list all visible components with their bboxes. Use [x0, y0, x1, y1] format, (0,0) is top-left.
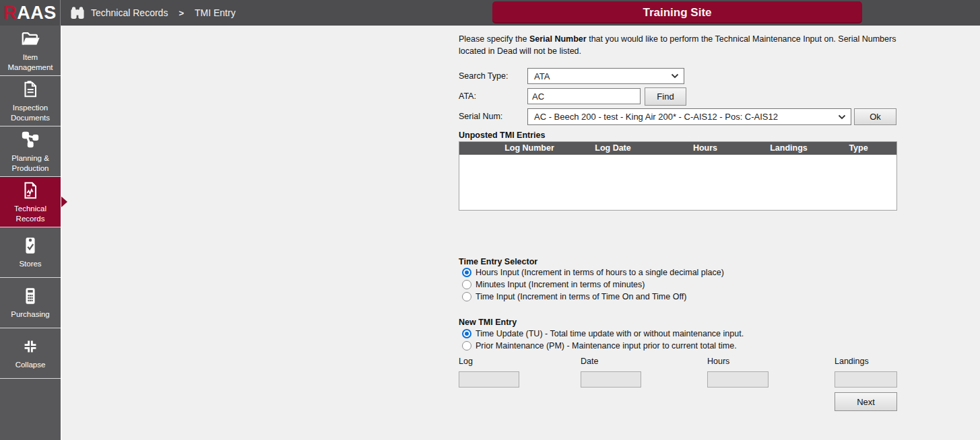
sidebar-item-stores[interactable]: Stores: [0, 227, 61, 278]
unposted-tmi-entries-title: Unposted TMI Entries: [459, 131, 545, 140]
next-button[interactable]: Next: [835, 392, 897, 411]
serial-num-label: Serial Num:: [459, 112, 502, 121]
date-field-input[interactable]: [581, 371, 641, 388]
breadcrumb-page: TMI Entry: [195, 7, 236, 18]
new-tmi-entry-title: New TMI Entry: [459, 318, 517, 327]
table-header-empty: [459, 142, 486, 155]
instructions-pre: Please specify the: [459, 34, 529, 44]
workflow-nodes-icon: [20, 130, 40, 150]
chevron-down-icon: [671, 73, 679, 79]
sidebar-item-item-management[interactable]: Item Management: [0, 26, 61, 76]
folder-icon: [20, 29, 40, 49]
sidebar-item-label: Item Management: [1, 52, 59, 72]
calculator-icon: [20, 286, 40, 306]
ok-button[interactable]: Ok: [854, 108, 896, 125]
radio-button-icon[interactable]: [462, 329, 471, 338]
training-site-banner: Training Site: [492, 1, 862, 24]
serial-num-value: AC - Beech 200 - test - King Air 200* - …: [534, 112, 778, 122]
radio-button-icon[interactable]: [462, 292, 471, 301]
tag-check-icon: [20, 235, 40, 256]
breadcrumb: Technical Records > TMI Entry: [70, 0, 236, 26]
instructions-bold-serial-number: Serial Number: [529, 34, 587, 44]
sidebar-nav: Item Management Inspection Documents Pla…: [0, 26, 62, 440]
hours-field-label: Hours: [707, 357, 729, 366]
find-button[interactable]: Find: [645, 87, 686, 106]
ata-label: ATA:: [459, 91, 476, 101]
app-logo[interactable]: RAAS: [0, 0, 61, 26]
search-type-value: ATA: [534, 71, 550, 81]
logo-letter-r: R: [3, 3, 17, 24]
sidebar-item-label: Purchasing: [1, 309, 59, 319]
radio-button-icon[interactable]: [462, 280, 471, 289]
breadcrumb-section: Technical Records: [91, 7, 168, 18]
top-bar: RAAS Technical Records > TMI Entry Train…: [0, 0, 980, 26]
table-header-log-number: Log Number: [486, 142, 573, 155]
chevron-down-icon: [838, 114, 846, 120]
log-field-input[interactable]: [459, 371, 519, 388]
serial-num-select[interactable]: AC - Beech 200 - test - King Air 200* - …: [527, 108, 851, 125]
landings-field-input[interactable]: [835, 371, 897, 388]
landings-field-label: Landings: [835, 357, 869, 366]
radio-minutes-input[interactable]: Minutes Input (Increment in terms of min…: [462, 280, 645, 289]
table-body-empty: [459, 155, 896, 210]
radio-label: Minutes Input (Increment in terms of min…: [476, 280, 645, 289]
record-document-icon: [20, 180, 40, 200]
radio-hours-input[interactable]: Hours Input (Increment in terms of hours…: [462, 268, 724, 277]
sidebar-item-label: Technical Records: [1, 204, 59, 223]
radio-label: Time Update (TU) - Total time update wit…: [476, 329, 744, 338]
table-header-type: Type: [820, 142, 896, 155]
table-header-row: Log Number Log Date Hours Landings Type: [459, 142, 896, 155]
sidebar-item-label: Stores: [1, 259, 59, 268]
sidebar-item-label: Collapse: [1, 360, 59, 369]
breadcrumb-separator: >: [178, 8, 184, 18]
logo-letters-aas: AAS: [17, 3, 57, 24]
sidebar-item-technical-records[interactable]: Technical Records: [0, 177, 61, 227]
sidebar-item-purchasing[interactable]: Purchasing: [0, 278, 61, 328]
radio-button-icon[interactable]: [462, 341, 471, 351]
radio-label: Time Input (Increment in terms of Time O…: [476, 292, 686, 301]
sidebar-item-planning-production[interactable]: Planning & Production: [0, 126, 61, 177]
radio-button-icon[interactable]: [462, 268, 471, 277]
table-header-log-date: Log Date: [573, 142, 653, 155]
radio-label: Prior Maintenance (PM) - Maintenance inp…: [476, 341, 737, 351]
sidebar-item-inspection-documents[interactable]: Inspection Documents: [0, 76, 61, 126]
sidebar-item-label: Inspection Documents: [1, 103, 59, 122]
binoculars-icon: [70, 6, 85, 20]
radio-prior-maintenance[interactable]: Prior Maintenance (PM) - Maintenance inp…: [462, 341, 737, 351]
sidebar-item-collapse[interactable]: Collapse: [0, 328, 61, 379]
radio-time-update[interactable]: Time Update (TU) - Total time update wit…: [462, 329, 744, 338]
search-type-label: Search Type:: [459, 71, 508, 81]
collapse-arrows-icon: [20, 336, 40, 357]
instructions-text: Please specify the Serial Number that yo…: [459, 33, 897, 57]
radio-time-input[interactable]: Time Input (Increment in terms of Time O…: [462, 292, 686, 301]
search-type-select[interactable]: ATA: [527, 68, 684, 84]
sidebar-item-label: Planning & Production: [1, 153, 59, 173]
log-field-label: Log: [459, 357, 473, 366]
table-header-hours: Hours: [653, 142, 757, 155]
hours-field-input[interactable]: [707, 371, 769, 388]
table-header-landings: Landings: [757, 142, 820, 155]
document-icon: [20, 79, 40, 100]
time-entry-selector-title: Time Entry Selector: [459, 257, 537, 266]
ata-input[interactable]: [527, 88, 641, 104]
unposted-tmi-entries-table: Log Number Log Date Hours Landings Type: [459, 141, 897, 211]
date-field-label: Date: [581, 357, 598, 366]
tmi-entry-panel: Please specify the Serial Number that yo…: [459, 26, 897, 440]
radio-label: Hours Input (Increment in terms of hours…: [476, 268, 724, 277]
